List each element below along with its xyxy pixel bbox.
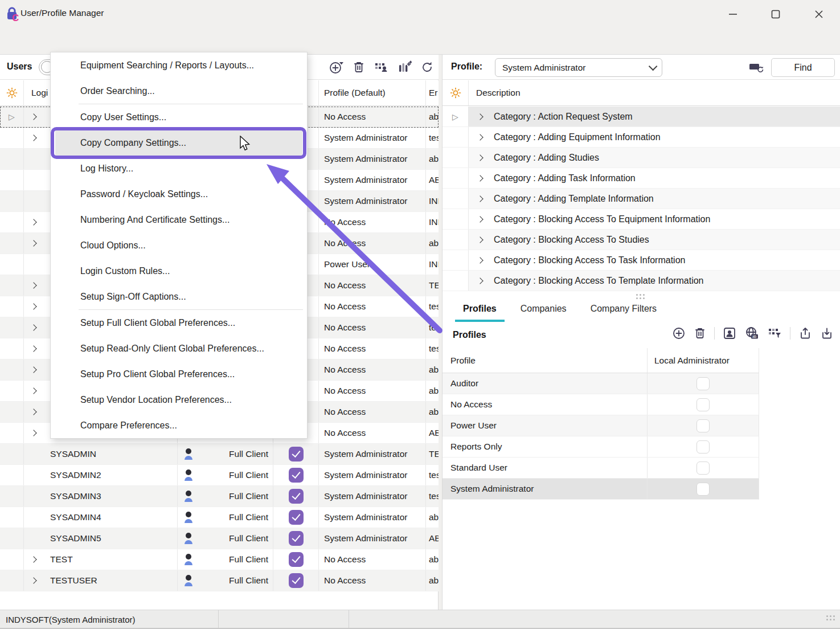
local-admin-checkbox[interactable] xyxy=(696,377,710,390)
expand-icon[interactable] xyxy=(31,389,43,393)
category-row[interactable]: Category : Adding Studies xyxy=(442,148,840,168)
category-row[interactable]: Category : Adding Template Information xyxy=(442,189,840,209)
table-row[interactable]: SYSADMIN3Full ClientSystem Administrator… xyxy=(0,486,439,507)
expand-icon[interactable] xyxy=(478,197,491,201)
expand-icon[interactable] xyxy=(478,238,491,242)
menu-item[interactable]: Copy User Settings... xyxy=(51,104,307,130)
enabled-checkbox[interactable] xyxy=(289,531,304,546)
grid-filter-icon[interactable] xyxy=(767,326,782,340)
import-icon[interactable] xyxy=(820,326,834,340)
delete-profile-icon[interactable] xyxy=(694,326,706,340)
add-profile-icon[interactable] xyxy=(672,326,686,340)
maximize-button[interactable] xyxy=(763,0,789,28)
category-row[interactable]: Category : Adding Task Information xyxy=(442,168,840,189)
table-row[interactable]: TESTFull ClientNo Accessab xyxy=(0,549,439,570)
expand-icon[interactable] xyxy=(478,115,491,119)
menu-item[interactable]: Order Searching... xyxy=(51,78,307,104)
category-row[interactable]: ▷Category : Action Request System xyxy=(442,107,840,127)
column-header-profile-default[interactable]: Profile (Default) xyxy=(319,80,426,105)
column-header-description[interactable]: Description xyxy=(469,88,521,98)
delete-user-icon[interactable] xyxy=(353,60,365,74)
menu-item[interactable]: Setup Vendor Location Preferences... xyxy=(51,387,307,412)
expand-icon[interactable] xyxy=(31,578,43,583)
expand-icon[interactable] xyxy=(478,279,491,283)
local-admin-checkbox[interactable] xyxy=(696,440,710,454)
expand-icon[interactable] xyxy=(478,258,491,263)
menu-item[interactable]: Log History... xyxy=(51,156,307,181)
add-user-icon[interactable] xyxy=(329,60,344,74)
table-row[interactable]: SYSADMIN5Full ClientSystem Administrator… xyxy=(0,528,439,549)
category-row[interactable]: Category : Blocking Access To Studies xyxy=(442,230,840,250)
expand-icon[interactable] xyxy=(31,367,43,372)
enabled-checkbox[interactable] xyxy=(289,510,304,525)
menu-item[interactable]: Setup Pro Client Global Preferences... xyxy=(51,361,307,387)
expand-icon[interactable] xyxy=(31,241,43,246)
profile-row[interactable]: Auditor xyxy=(442,373,759,394)
sync-profile-icon[interactable] xyxy=(748,61,765,75)
expand-icon[interactable] xyxy=(478,217,491,222)
expand-icon[interactable] xyxy=(31,283,43,288)
table-row[interactable]: SYSADMINFull ClientSystem AdministratorT… xyxy=(0,444,439,465)
table-row[interactable]: SYSADMIN4Full ClientSystem Administrator… xyxy=(0,507,439,528)
menu-item[interactable]: Setup Full Client Global Preferences... xyxy=(51,310,307,336)
category-row[interactable]: Category : Adding Equipment Information xyxy=(442,127,840,148)
expand-icon[interactable] xyxy=(478,156,491,160)
expand-icon[interactable] xyxy=(31,410,43,414)
column-header-email[interactable]: Er xyxy=(426,80,439,105)
profile-row[interactable]: Power User xyxy=(442,415,759,436)
enabled-checkbox[interactable] xyxy=(289,552,304,567)
expand-icon[interactable] xyxy=(31,136,43,140)
export-icon[interactable] xyxy=(798,326,812,340)
expand-icon[interactable] xyxy=(31,431,43,435)
enabled-checkbox[interactable] xyxy=(289,447,304,461)
find-button[interactable]: Find xyxy=(771,58,835,77)
expand-icon[interactable] xyxy=(31,304,43,309)
menu-item[interactable]: Login Custom Rules... xyxy=(51,258,307,284)
expand-icon[interactable] xyxy=(31,115,43,119)
minimize-button[interactable] xyxy=(720,0,746,28)
table-row[interactable]: TESTUSERFull ClientNo Accessab xyxy=(0,570,439,591)
enabled-checkbox[interactable] xyxy=(289,489,304,504)
menu-item[interactable]: Setup Sign-Off Captions... xyxy=(51,284,307,309)
local-admin-checkbox[interactable] xyxy=(696,419,710,432)
local-admin-checkbox[interactable] xyxy=(696,398,710,411)
local-admin-checkbox[interactable] xyxy=(696,461,710,475)
local-admin-checkbox[interactable] xyxy=(696,483,710,496)
profile-dropdown[interactable]: System Administrator xyxy=(495,58,662,77)
menu-item[interactable]: Equipment Searching / Reports / Layouts.… xyxy=(51,52,307,78)
category-row[interactable]: Category : Blocking Access To Task Infor… xyxy=(442,250,840,271)
profile-row[interactable]: No Access xyxy=(442,394,759,415)
expand-icon[interactable] xyxy=(31,557,43,562)
profile-card-icon[interactable] xyxy=(723,326,736,340)
expand-icon[interactable] xyxy=(31,346,43,351)
table-row[interactable]: SYSADMIN2Full ClientSystem Administrator… xyxy=(0,465,439,486)
user-groups-icon[interactable] xyxy=(374,60,388,74)
tab-company-filters[interactable]: Company Filters xyxy=(583,300,665,320)
add-column-icon[interactable] xyxy=(397,60,412,74)
refresh-icon[interactable] xyxy=(420,60,434,74)
expand-icon[interactable] xyxy=(478,135,491,140)
tab-companies[interactable]: Companies xyxy=(513,300,575,320)
expand-icon[interactable] xyxy=(478,176,491,181)
close-button[interactable] xyxy=(806,0,832,28)
expand-icon[interactable] xyxy=(31,220,43,224)
profile-row[interactable]: Standard User xyxy=(442,458,759,479)
category-row[interactable]: Category : Blocking Access To Template I… xyxy=(442,271,840,291)
category-row[interactable]: Category : Blocking Access To Equipment … xyxy=(442,209,840,230)
resize-grip[interactable] xyxy=(826,615,837,622)
column-header-profile[interactable]: Profile xyxy=(442,348,647,373)
menu-item[interactable]: Compare Preferences... xyxy=(51,412,307,438)
menu-item-copy-company-settings[interactable]: Copy Company Settings... xyxy=(55,130,302,156)
menu-item[interactable]: Setup Read-Only Client Global Preference… xyxy=(51,336,307,361)
enabled-checkbox[interactable] xyxy=(289,573,304,588)
menu-item[interactable]: Password / Keycloak Settings... xyxy=(51,181,307,207)
profile-row[interactable]: Reports Only xyxy=(442,436,759,458)
menu-item[interactable]: Cloud Options... xyxy=(51,232,307,258)
profile-row[interactable]: System Administrator xyxy=(442,479,759,500)
enabled-checkbox[interactable] xyxy=(289,468,304,483)
menu-item[interactable]: Numbering And Certificate Settings... xyxy=(51,207,307,232)
globe-language-icon[interactable]: ab xyxy=(744,326,759,340)
expand-icon[interactable] xyxy=(31,325,43,330)
tab-profiles[interactable]: Profiles xyxy=(455,300,505,322)
column-header-local-administrator[interactable]: Local Administrator xyxy=(647,348,759,373)
